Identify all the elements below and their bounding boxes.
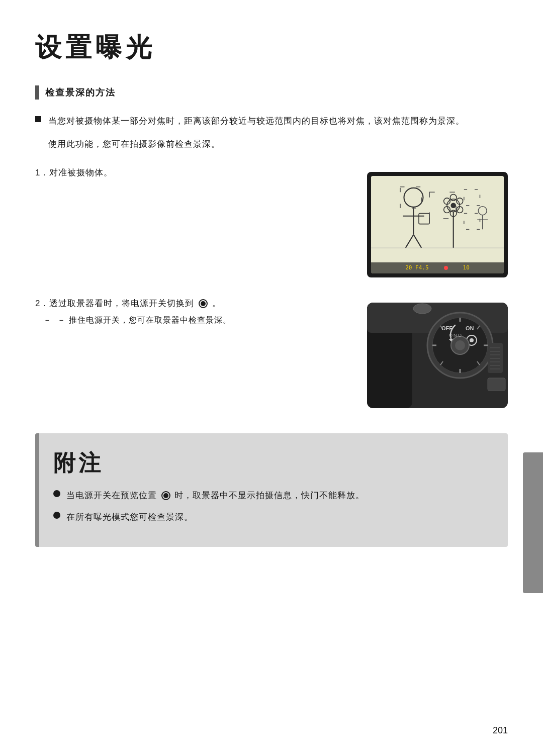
svg-point-8	[450, 203, 456, 208]
note-circle-bullet-1	[53, 490, 60, 497]
svg-point-43	[455, 340, 465, 350]
svg-rect-53	[488, 378, 505, 391]
bullet-sub-text: 使用此功能，您可在拍摄影像前检查景深。	[48, 137, 508, 152]
lcd-scene-svg	[371, 176, 504, 259]
intro-content: 当您对被摄物体某一部分对焦时，距离该部分较近与较远范围内的目标也将对焦，该对焦范…	[35, 114, 508, 152]
note-section: 附注 当电源开关在预览位置 时，取景器中不显示拍摄信息，快门不能释放。 在所有曝…	[35, 433, 508, 547]
bullet-item-main: 当您对被摄物体某一部分对焦时，距离该部分较近与较远范围内的目标也将对焦，该对焦范…	[35, 114, 508, 129]
note-text-1: 当电源开关在预览位置 时，取景器中不显示拍摄信息，快门不能释放。	[66, 488, 365, 503]
bullet-main-text: 当您对被摄物体某一部分对焦时，距离该部分较近与较远范围内的目标也将对焦，该对焦范…	[48, 114, 465, 129]
camera-dial-illustration: OFF ON	[367, 303, 508, 408]
lcd-status-left: 20 F4.5	[405, 264, 428, 271]
step2-label: 2．透过取景器看时，将电源开关切换到 。	[35, 298, 352, 309]
preview-circle-icon	[199, 299, 208, 308]
camera-lcd-illustration: 20 F4.5 10	[367, 172, 508, 277]
note-bullet-1: 当电源开关在预览位置 时，取景器中不显示拍摄信息，快门不能释放。	[53, 488, 490, 503]
svg-rect-45	[488, 343, 503, 373]
page-container: 设置曝光 检查景深的方法 当您对被摄物体某一部分对焦时，距离该部分较近与较远范围…	[0, 0, 543, 756]
lcd-status-right: 10	[463, 264, 470, 271]
svg-text:O: O	[449, 333, 452, 338]
step1-text-col: 1．对准被摄物体。	[35, 167, 367, 182]
step-dash: －	[43, 316, 52, 324]
note-text-2: 在所有曝光模式您可检查景深。	[66, 510, 193, 525]
section-header: 检查景深的方法	[35, 85, 508, 100]
note-title: 附注	[53, 448, 490, 478]
svg-text:N: N	[454, 333, 457, 338]
camera-dial-svg: OFF ON	[367, 303, 508, 408]
section-header-bar	[35, 85, 39, 100]
svg-text:O: O	[458, 333, 462, 338]
step1-label: 1．对准被摄物体。	[35, 167, 352, 178]
section-header-text: 检查景深的方法	[45, 86, 116, 99]
svg-point-44	[413, 304, 431, 314]
note-preview-icon	[161, 491, 170, 500]
note-bullet-2: 在所有曝光模式您可检查景深。	[53, 510, 490, 525]
svg-text:ON: ON	[466, 325, 474, 331]
page-title: 设置曝光	[35, 30, 508, 65]
page-number: 201	[493, 725, 508, 736]
step1-row: 1．对准被摄物体。	[35, 167, 508, 277]
lcd-status-bar: 20 F4.5 10	[371, 262, 504, 273]
svg-rect-0	[371, 176, 504, 258]
note-title-bar	[35, 433, 39, 547]
step2-row: 2．透过取景器看时，将电源开关切换到 。 － － 推住电源开关，您可在取景器中检…	[35, 298, 508, 408]
right-sidebar-tab	[523, 452, 543, 593]
lcd-screen: 20 F4.5 10	[371, 176, 504, 273]
square-bullet-icon	[35, 116, 41, 122]
svg-point-40	[470, 338, 474, 342]
note-circle-bullet-2	[53, 512, 60, 519]
lcd-record-dot	[444, 266, 448, 270]
step2-text-col: 2．透过取景器看时，将电源开关切换到 。 － － 推住电源开关，您可在取景器中检…	[35, 298, 367, 327]
step2-sub: － － 推住电源开关，您可在取景器中检查景深。	[35, 313, 352, 327]
